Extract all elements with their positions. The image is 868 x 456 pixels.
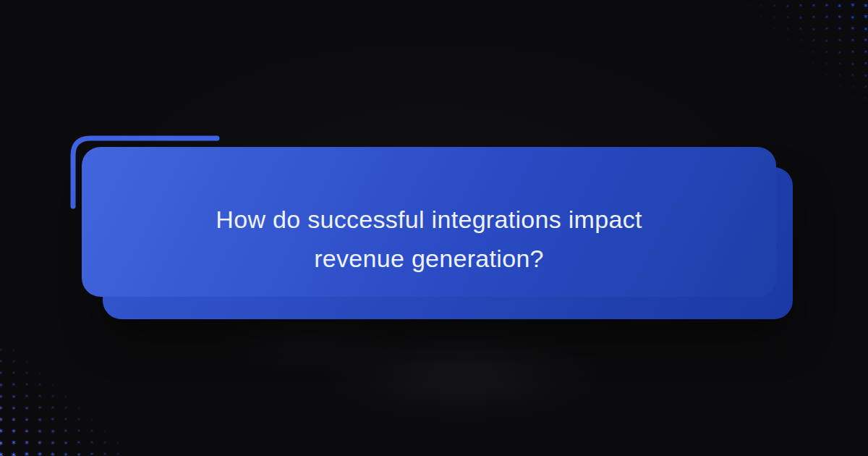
star-icon: ✶ <box>0 392 6 402</box>
star-icon: ✶ <box>22 438 32 448</box>
star-icon: ✶ <box>48 415 58 425</box>
star-icon: ✶ <box>0 380 6 390</box>
star-icon: ✶ <box>848 35 858 46</box>
star-icon: ✶ <box>61 392 71 402</box>
star-icon: ✶ <box>22 392 32 402</box>
star-icon: ✶ <box>9 403 19 413</box>
star-icon: ✶ <box>22 368 32 379</box>
star-icon: ✶ <box>822 59 832 69</box>
star-icon: ✶ <box>822 12 832 22</box>
star-icon: ✶ <box>835 59 845 69</box>
star-icon: ✶ <box>770 1 780 11</box>
star-icon: ✶ <box>809 24 819 34</box>
star-icon: ✶ <box>861 70 868 80</box>
star-icon: ✶ <box>835 82 845 92</box>
star-icon: ✶ <box>835 47 845 57</box>
star-icon: ✶ <box>48 449 58 456</box>
star-icon: ✶ <box>9 449 19 456</box>
star-icon: ✶ <box>0 449 6 456</box>
star-icon: ✶ <box>809 1 819 11</box>
star-icon: ✶ <box>100 426 110 436</box>
star-icon: ✶ <box>113 449 123 456</box>
star-icon: ✶ <box>9 345 19 355</box>
star-icon: ✶ <box>861 1 868 11</box>
star-icon: ✶ <box>0 438 6 448</box>
star-icon: ✶ <box>35 368 45 379</box>
star-icon: ✶ <box>861 35 868 46</box>
star-icon: ✶ <box>770 24 780 34</box>
star-icon: ✶ <box>809 59 819 69</box>
question-text: How do successful integrations impact re… <box>216 200 642 278</box>
star-icon: ✶ <box>22 380 32 390</box>
social-card-background: How do successful integrations impact re… <box>0 0 868 456</box>
starfield-top-right: ✶✶✶✶✶✶✶✶✶✶✶✶✶✶✶✶✶✶✶✶✶✶✶✶✶✶✶✶✶✶✶✶✶✶✶✶✶✶✶✶… <box>716 0 868 123</box>
star-icon: ✶ <box>35 392 45 402</box>
star-icon: ✶ <box>861 82 868 92</box>
star-icon: ✶ <box>822 47 832 57</box>
star-icon: ✶ <box>783 35 793 46</box>
star-icon: ✶ <box>757 1 767 11</box>
star-icon: ✶ <box>74 403 84 413</box>
star-icon: ✶ <box>74 438 84 448</box>
star-icon: ✶ <box>848 70 858 80</box>
star-icon: ✶ <box>35 415 45 425</box>
star-icon: ✶ <box>822 24 832 34</box>
star-icon: ✶ <box>835 12 845 22</box>
star-icon: ✶ <box>848 59 858 69</box>
star-icon: ✶ <box>757 12 767 22</box>
star-icon: ✶ <box>0 357 6 367</box>
star-icon: ✶ <box>48 403 58 413</box>
star-icon: ✶ <box>848 1 858 11</box>
star-icon: ✶ <box>61 449 71 456</box>
star-icon: ✶ <box>61 415 71 425</box>
question-text-line2: revenue generation? <box>216 239 642 278</box>
question-text-line1: How do successful integrations impact <box>216 200 642 239</box>
star-icon: ✶ <box>861 12 868 22</box>
star-icon: ✶ <box>861 93 868 104</box>
star-icon: ✶ <box>74 415 84 425</box>
star-icon: ✶ <box>22 403 32 413</box>
star-icon: ✶ <box>822 70 832 80</box>
star-icon: ✶ <box>809 47 819 57</box>
star-icon: ✶ <box>770 12 780 22</box>
star-icon: ✶ <box>48 380 58 390</box>
star-icon: ✶ <box>848 24 858 34</box>
star-icon: ✶ <box>848 47 858 57</box>
star-icon: ✶ <box>783 1 793 11</box>
star-icon: ✶ <box>809 35 819 46</box>
star-icon: ✶ <box>9 438 19 448</box>
star-icon: ✶ <box>0 345 6 355</box>
star-icon: ✶ <box>9 380 19 390</box>
star-icon: ✶ <box>9 357 19 367</box>
star-icon: ✶ <box>87 438 97 448</box>
starfield-bottom-left: ✶✶✶✶✶✶✶✶✶✶✶✶✶✶✶✶✶✶✶✶✶✶✶✶✶✶✶✶✶✶✶✶✶✶✶✶✶✶✶✶… <box>0 318 152 456</box>
star-icon: ✶ <box>796 47 806 57</box>
star-icon: ✶ <box>861 47 868 57</box>
star-icon: ✶ <box>783 24 793 34</box>
star-icon: ✶ <box>861 24 868 34</box>
star-icon: ✶ <box>822 1 832 11</box>
star-icon: ✶ <box>48 438 58 448</box>
star-icon: ✶ <box>848 12 858 22</box>
star-icon: ✶ <box>74 426 84 436</box>
star-icon: ✶ <box>113 438 123 448</box>
star-icon: ✶ <box>9 415 19 425</box>
star-icon: ✶ <box>22 415 32 425</box>
star-icon: ✶ <box>0 403 6 413</box>
star-icon: ✶ <box>35 426 45 436</box>
star-icon: ✶ <box>835 70 845 80</box>
star-icon: ✶ <box>835 1 845 11</box>
star-icon: ✶ <box>100 449 110 456</box>
star-icon: ✶ <box>35 438 45 448</box>
star-icon: ✶ <box>809 12 819 22</box>
star-icon: ✶ <box>87 426 97 436</box>
star-icon: ✶ <box>74 449 84 456</box>
star-icon: ✶ <box>796 35 806 46</box>
star-icon: ✶ <box>48 426 58 436</box>
star-icon: ✶ <box>100 438 110 448</box>
star-icon: ✶ <box>48 392 58 402</box>
star-icon: ✶ <box>744 1 754 11</box>
star-icon: ✶ <box>22 449 32 456</box>
star-icon: ✶ <box>822 35 832 46</box>
star-icon: ✶ <box>796 1 806 11</box>
